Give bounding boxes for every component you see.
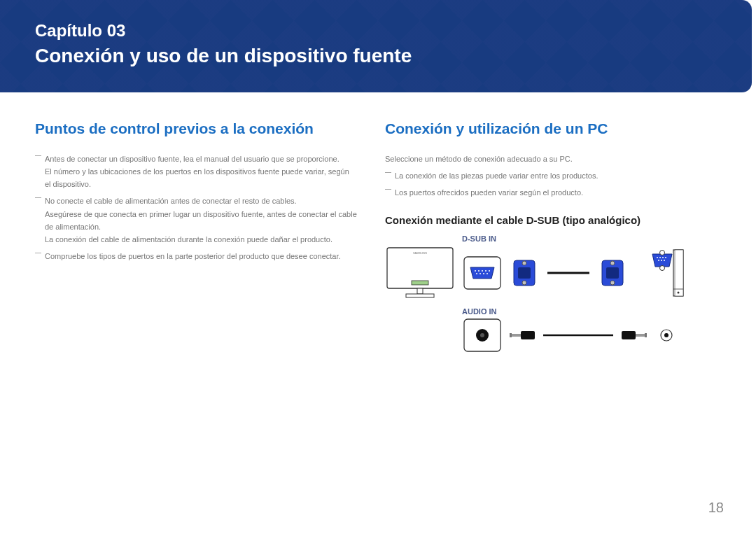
- svg-point-13: [483, 273, 484, 274]
- svg-point-14: [486, 273, 488, 274]
- svg-point-10: [489, 270, 490, 272]
- page-content: Puntos de control previos a la conexión …: [0, 92, 756, 359]
- bullet-line: El número y las ubicaciones de los puert…: [45, 165, 357, 190]
- svg-point-12: [479, 273, 481, 274]
- svg-point-6: [475, 270, 476, 272]
- subsection-heading: Conexión mediante el cable D-SUB (tipo a…: [385, 214, 721, 226]
- svg-rect-18: [518, 267, 531, 279]
- svg-rect-46: [645, 333, 647, 337]
- svg-point-7: [478, 270, 479, 272]
- svg-rect-41: [511, 334, 521, 337]
- note-item: La conexión de las piezas puede variar e…: [385, 169, 721, 182]
- svg-rect-2: [417, 288, 423, 294]
- bullet-item: Compruebe los tipos de puertos en la par…: [35, 250, 357, 262]
- chapter-label: Capítulo 03: [35, 21, 752, 41]
- svg-point-31: [661, 260, 662, 261]
- svg-point-21: [610, 261, 615, 265]
- intro-line: Seleccione un método de conexión adecuad…: [385, 153, 721, 165]
- chapter-title: Conexión y uso de un dispositivo fuente: [35, 45, 752, 67]
- dsub-port-icon: [463, 256, 501, 290]
- svg-point-24: [660, 251, 665, 255]
- bullet-line: Asegúrese de que conecta en primer lugar…: [45, 208, 357, 233]
- svg-point-28: [662, 257, 664, 258]
- svg-text:SAMSUNG: SAMSUNG: [413, 251, 427, 255]
- left-section-heading: Puntos de control previos a la conexión: [35, 120, 357, 137]
- svg-point-36: [678, 292, 680, 294]
- audio-port-icon: [463, 318, 501, 352]
- page-number: 18: [708, 500, 724, 516]
- svg-point-16: [522, 261, 526, 265]
- svg-point-25: [660, 266, 665, 271]
- note-item: Los puertos ofrecidos pueden variar segú…: [385, 186, 721, 199]
- svg-rect-23: [606, 267, 619, 279]
- right-column: Conexión y utilización de un PC Seleccio…: [385, 120, 721, 359]
- svg-point-32: [664, 260, 665, 261]
- chapter-header: Capítulo 03 Conexión y uso de un disposi…: [0, 0, 752, 92]
- svg-point-30: [658, 260, 659, 261]
- note-line: Los puertos ofrecidos pueden variar segú…: [395, 188, 583, 197]
- svg-point-27: [659, 257, 661, 258]
- right-section-heading: Conexión y utilización de un PC: [385, 120, 721, 137]
- bullet-line: No conecte el cable de alimentación ante…: [45, 195, 357, 207]
- left-body: Antes de conectar un dispositivo fuente,…: [35, 153, 357, 262]
- svg-rect-3: [406, 294, 434, 297]
- dsub-label: D-SUB IN: [462, 234, 721, 243]
- svg-rect-44: [622, 331, 636, 339]
- left-column: Puntos de control previos a la conexión …: [35, 120, 357, 359]
- audio-plug-left-icon: [510, 330, 535, 341]
- svg-point-26: [657, 257, 658, 258]
- bullet-line: Antes de conectar un dispositivo fuente,…: [45, 153, 357, 165]
- cable-icon: [547, 270, 589, 276]
- pc-audio-jack-icon: [655, 326, 683, 344]
- svg-point-17: [522, 281, 526, 285]
- svg-rect-1: [412, 281, 428, 285]
- bullet-item: Antes de conectar un dispositivo fuente,…: [35, 153, 357, 190]
- svg-point-48: [664, 333, 668, 337]
- right-body: Seleccione un método de conexión adecuad…: [385, 153, 721, 199]
- dsub-diagram-row: SAMSUNG: [385, 246, 721, 300]
- svg-rect-40: [521, 331, 535, 339]
- svg-rect-42: [510, 333, 512, 337]
- svg-point-8: [482, 270, 483, 272]
- svg-point-29: [665, 257, 666, 258]
- monitor-icon: SAMSUNG: [385, 246, 455, 300]
- audio-plug-right-icon: [622, 330, 647, 341]
- svg-rect-45: [636, 334, 645, 337]
- vga-connector-right-icon: [598, 258, 627, 288]
- note-line: La conexión de las piezas puede variar e…: [395, 171, 598, 180]
- svg-point-22: [610, 281, 615, 285]
- pc-tower-icon: [636, 248, 685, 297]
- bullet-item: No conecte el cable de alimentación ante…: [35, 195, 357, 246]
- vga-connector-left-icon: [510, 258, 539, 288]
- audio-diagram-row: [385, 318, 721, 352]
- audio-label: AUDIO IN: [462, 307, 721, 316]
- svg-point-9: [485, 270, 486, 272]
- bullet-line: Compruebe los tipos de puertos en la par…: [45, 250, 357, 262]
- bullet-line: La conexión del cable de alimentación du…: [45, 233, 357, 246]
- svg-point-11: [476, 273, 477, 274]
- svg-point-39: [480, 333, 484, 337]
- audio-cable-icon: [543, 332, 613, 338]
